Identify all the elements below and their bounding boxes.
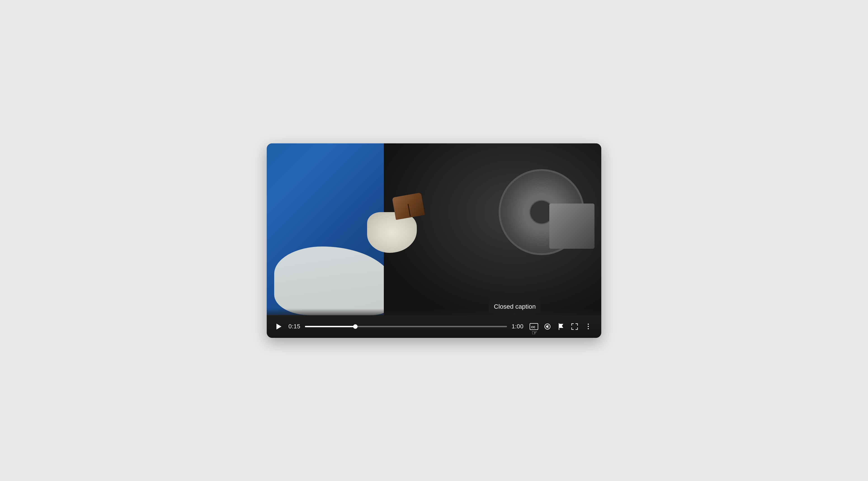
volume-button[interactable] — [541, 321, 553, 332]
video-player[interactable]: Closed caption 0:15 1:00 cc ☞ — [267, 143, 601, 338]
progress-thumb — [353, 324, 358, 329]
controls-right: cc ☞ — [528, 321, 594, 332]
play-button[interactable] — [274, 322, 284, 332]
cc-button[interactable]: cc ☞ — [528, 321, 540, 332]
flag-button[interactable] — [555, 321, 567, 332]
dot1 — [588, 324, 589, 325]
svg-text:cc: cc — [531, 325, 535, 329]
cc-icon: cc — [530, 323, 538, 330]
progress-bar[interactable] — [305, 326, 507, 327]
fullscreen-icon — [571, 323, 578, 330]
svg-marker-3 — [546, 325, 548, 328]
flag-icon — [558, 323, 564, 330]
video-scene — [267, 143, 601, 315]
dot3 — [588, 328, 589, 329]
pointer-cursor: ☞ — [532, 329, 537, 336]
total-time: 1:00 — [512, 323, 524, 330]
scene-caliper — [549, 204, 594, 249]
current-time: 0:15 — [288, 323, 301, 330]
fullscreen-button[interactable] — [569, 321, 581, 332]
progress-fill — [305, 326, 355, 327]
more-options-button[interactable] — [582, 321, 594, 332]
volume-icon — [544, 323, 551, 330]
play-icon — [276, 324, 281, 329]
controls-bar: 0:15 1:00 cc ☞ — [267, 315, 601, 338]
more-dots-icon — [588, 324, 589, 329]
dot2 — [588, 326, 589, 327]
